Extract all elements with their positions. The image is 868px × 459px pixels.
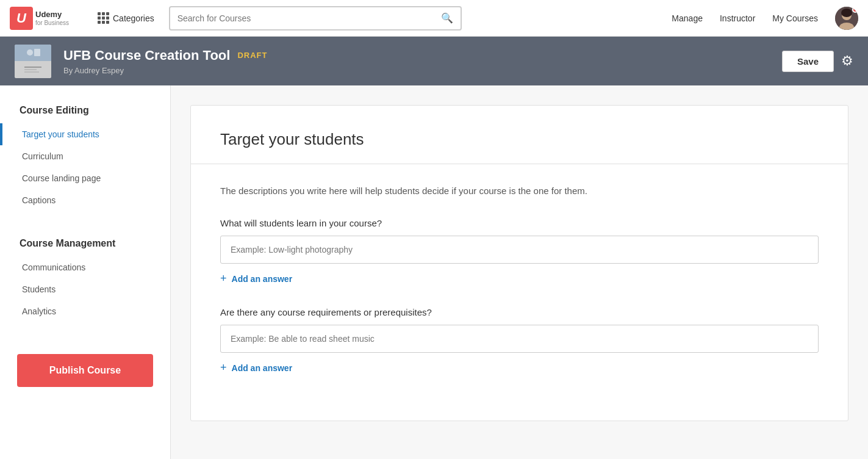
course-editing-section: Course Editing Target your students Curr… xyxy=(0,105,170,211)
course-header: UFB Course Creation Tool DRAFT By Audrey… xyxy=(0,37,868,85)
sidebar-item-course-landing[interactable]: Course landing page xyxy=(0,167,170,189)
manage-link[interactable]: Manage xyxy=(672,13,703,23)
course-info: UFB Course Creation Tool DRAFT By Audrey… xyxy=(63,48,770,75)
nav-links: Manage Instructor My Courses xyxy=(672,7,858,30)
logo-name: Udemy xyxy=(35,10,69,20)
logo-sub: for Business xyxy=(35,20,69,26)
my-courses-link[interactable]: My Courses xyxy=(772,13,818,23)
draft-badge: DRAFT xyxy=(237,51,267,60)
sidebar-item-analytics[interactable]: Analytics xyxy=(0,300,170,322)
search-input[interactable] xyxy=(178,13,441,23)
course-management-title: Course Management xyxy=(0,233,170,256)
avatar[interactable] xyxy=(835,7,858,30)
svg-rect-8 xyxy=(24,69,37,70)
page-title: Target your students xyxy=(220,130,819,149)
divider xyxy=(191,164,848,164)
svg-point-3 xyxy=(841,9,852,17)
learn-add-answer-label: Add an answer xyxy=(232,274,293,284)
categories-button[interactable]: Categories xyxy=(93,12,159,24)
sidebar-item-target-students[interactable]: Target your students xyxy=(0,123,170,145)
course-author: By Audrey Espey xyxy=(63,66,770,75)
requirements-label: Are there any course requirements or pre… xyxy=(220,307,819,317)
requirements-section: Are there any course requirements or pre… xyxy=(220,307,819,374)
course-title-row: UFB Course Creation Tool DRAFT xyxy=(63,48,770,63)
course-thumbnail xyxy=(15,45,51,78)
svg-rect-7 xyxy=(24,67,41,68)
search-bar: 🔍 xyxy=(169,6,462,31)
content-card: Target your students The descriptions yo… xyxy=(190,105,848,421)
course-title-text: UFB Course Creation Tool xyxy=(63,48,230,63)
sidebar-item-captions[interactable]: Captions xyxy=(0,189,170,211)
learn-input[interactable] xyxy=(220,236,819,264)
svg-rect-9 xyxy=(24,71,39,73)
learn-section: What will students learn in your course?… xyxy=(220,218,819,285)
requirements-add-answer-label: Add an answer xyxy=(232,363,293,373)
learn-add-answer-button[interactable]: + Add an answer xyxy=(220,272,292,285)
sidebar: Course Editing Target your students Curr… xyxy=(0,85,171,459)
publish-course-button[interactable]: Publish Course xyxy=(17,354,153,387)
description-text: The descriptions you write here will hel… xyxy=(220,184,819,198)
grid-icon xyxy=(98,12,109,24)
logo-u-icon: U xyxy=(10,7,33,30)
course-editing-title: Course Editing xyxy=(0,105,170,123)
plus-icon: + xyxy=(220,272,227,285)
logo-text-block: Udemy for Business xyxy=(35,10,69,26)
plus-icon-2: + xyxy=(220,361,227,374)
logo[interactable]: U Udemy for Business xyxy=(10,7,83,30)
sidebar-item-students[interactable]: Students xyxy=(0,278,170,300)
course-management-section: Course Management Communications Student… xyxy=(0,228,170,322)
top-nav: U Udemy for Business Categories 🔍 Manage… xyxy=(0,0,868,37)
categories-label: Categories xyxy=(113,13,154,23)
main-layout: Course Editing Target your students Curr… xyxy=(0,85,868,459)
sidebar-item-communications[interactable]: Communications xyxy=(0,256,170,278)
save-button[interactable]: Save xyxy=(782,51,834,72)
instructor-link[interactable]: Instructor xyxy=(720,13,755,23)
svg-rect-6 xyxy=(34,49,40,56)
sidebar-item-curriculum[interactable]: Curriculum xyxy=(0,145,170,167)
avatar-notification-badge xyxy=(852,7,858,13)
settings-button[interactable]: ⚙ xyxy=(841,53,853,69)
header-actions: Save ⚙ xyxy=(782,51,853,72)
learn-label: What will students learn in your course? xyxy=(220,218,819,228)
requirements-input[interactable] xyxy=(220,325,819,353)
main-content: Target your students The descriptions yo… xyxy=(171,85,868,459)
search-icon-button[interactable]: 🔍 xyxy=(441,12,453,24)
requirements-add-answer-button[interactable]: + Add an answer xyxy=(220,361,292,374)
svg-point-5 xyxy=(27,49,33,56)
